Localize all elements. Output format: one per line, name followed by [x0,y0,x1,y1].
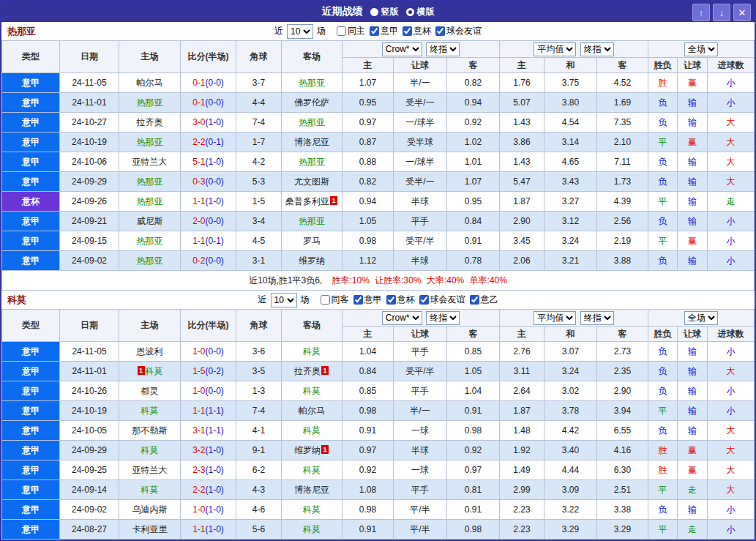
odds-company-select[interactable]: Crow* [382,311,422,325]
down-arrow-icon: ↓ [719,7,725,18]
filter-checkbox[interactable] [370,26,379,36]
filter-option[interactable]: 意乙 [470,294,498,306]
team-name: 热那亚 [137,255,163,266]
odds-handicap-cell: 半球 [394,441,447,460]
filter-option[interactable]: 同客 [321,294,349,306]
full-time-score: 0-1 [192,97,205,108]
avg-select[interactable]: 平均值 [534,42,576,56]
avg-away-cell: 2.19 [597,231,648,251]
col-header-home: 主场 [119,41,181,73]
odds-home-cell: 1.08 [343,480,394,500]
half-time-score: (1-0) [206,524,224,534]
filter-checkbox[interactable] [435,26,445,36]
result-handicap-cell: 输 [678,342,708,362]
team-name: 博洛尼亚 [294,485,329,495]
away-team-cell: 尤文图斯 [282,172,343,192]
col-header-date: 日期 [60,41,119,73]
avg-draw-cell: 3.75 [544,73,597,93]
avg-home-cell: 1.87 [500,401,544,421]
away-team-cell: 热那亚 [282,212,343,231]
match-type-cell: 意甲 [2,152,60,172]
avg-home-cell: 2.76 [500,342,544,362]
result-handicap-cell: 输 [678,192,708,212]
odds-away-cell: 0.91 [447,401,500,421]
odds-handicap-cell: 平/半 [394,520,447,540]
filter-checkbox[interactable] [470,295,479,305]
odds-company-select[interactable]: Crow* [382,42,422,56]
avg-stage-select[interactable]: 终指 [580,42,614,56]
match-count-select[interactable]: 10 [271,293,297,307]
half-time-score: (1-0) [206,504,224,515]
filter-option[interactable]: 意甲 [370,25,398,37]
home-team-cell: 科莫 [119,480,181,500]
odds-handicap-cell: 平手 [394,342,447,362]
avg-select[interactable]: 平均值 [534,311,576,325]
scope-select[interactable]: 全场 [684,42,718,56]
layout-radio-vertical[interactable]: 竖版 [370,6,399,18]
scroll-up-button[interactable]: ↑ [692,4,710,21]
filter-option[interactable]: 意杯 [403,25,431,37]
filter-option[interactable]: 球会友谊 [419,294,465,306]
corner-cell: 3-7 [236,73,282,93]
filter-option[interactable]: 同主 [337,25,365,37]
full-time-score: 3-0 [192,117,205,127]
avg-home-cell: 1.49 [500,460,544,480]
half-time-score: (0-0) [206,346,224,357]
scroll-down-button[interactable]: ↓ [713,4,730,21]
result-goals-cell: 大 [708,421,755,441]
layout-radio-horizontal[interactable]: 横版 [406,6,435,18]
titlebar: 近期战绩 竖版 横版 ↑ ↓ ✕ [1,1,755,22]
odds-stage-select[interactable]: 终指 [426,42,460,56]
scope-select[interactable]: 全场 [684,311,718,325]
odds-home-cell: 1.04 [343,342,394,362]
col-header-avg-home: 主 [500,327,544,342]
match-type-cell: 意甲 [2,381,60,401]
team-name: 科莫 [303,346,321,357]
filter-checkbox[interactable] [321,295,330,305]
full-time-score: 2-2 [192,137,205,147]
match-type-cell: 意甲 [2,520,60,540]
full-time-score: 1-0 [192,346,205,357]
odds-handicap-cell: 平手 [394,480,447,500]
filter-label: 同客 [332,294,349,306]
odds-handicap-cell: 半/一 [394,401,447,421]
odds-stage-select[interactable]: 终指 [426,311,460,325]
team-name: 维罗纳 [299,255,325,266]
score-cell: 5-1(1-0) [181,152,236,172]
score-cell: 2-2(0-1) [181,133,236,152]
summary-row: 近10场,胜1平3负6, 胜率:10% 让胜率:30% 大率:40% 单率:40… [2,271,755,291]
games-label: 场 [301,294,310,306]
avg-stage-select[interactable]: 终指 [580,311,614,325]
odds-away-cell: 0.95 [447,192,500,212]
match-row: 意甲24-11-05恩波利1-0(0-0)3-6科莫1.04平手0.852.76… [2,342,755,362]
radio-unselected-icon [370,8,378,16]
match-count-select[interactable]: 10 [287,24,313,39]
result-goals-cell: 走 [708,192,755,212]
home-team-cell: 威尼斯 [119,212,181,231]
filter-option[interactable]: 意甲 [353,294,382,306]
close-button[interactable]: ✕ [733,4,751,21]
match-type-cell: 意甲 [2,460,60,480]
filter-option[interactable]: 意杯 [386,294,415,306]
full-time-score: 0-2 [192,255,205,266]
filter-checkbox[interactable] [419,295,429,305]
col-header-odds-handicap: 让球 [394,327,447,342]
match-row: 意甲24-09-02乌迪内斯1-0(1-0)4-6科莫0.98平/半0.912.… [2,500,755,520]
filter-checkbox[interactable] [386,295,396,305]
odds-away-cell: 0.92 [447,441,500,460]
filter-checkbox[interactable] [337,26,346,36]
score-cell: 0-2(0-0) [181,251,236,271]
summary-record: 近10场,胜1平3负6, [249,275,322,286]
team-name: 热那亚 [299,157,325,167]
team-name: 亚特兰大 [132,157,168,167]
corner-cell: 3-4 [236,212,282,231]
filter-option[interactable]: 球会友谊 [435,25,482,37]
match-row: 意甲24-09-25亚特兰大2-3(1-0)6-2科莫0.92一球0.971.4… [2,460,755,480]
home-team-cell: 恩波利 [119,342,181,362]
filter-checkbox[interactable] [353,295,363,305]
avg-home-cell: 2.90 [500,212,544,231]
result-goals-cell: 小 [708,251,755,271]
filter-checkbox[interactable] [403,26,412,36]
away-team-cell: 科莫 [282,500,343,520]
col-header-score: 比分(半场) [181,41,236,73]
